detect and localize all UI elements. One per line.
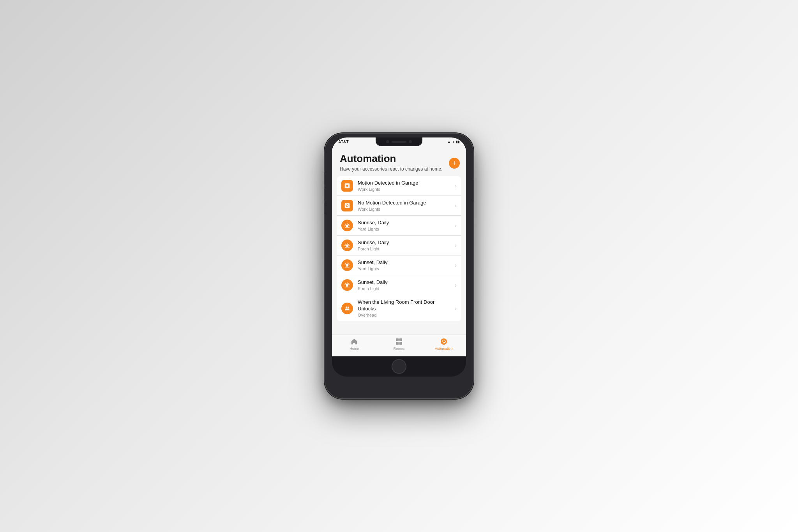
home-button-area [332,356,466,377]
automation-tab-icon [440,337,448,346]
svg-line-10 [348,224,349,225]
tab-bar: Home Rooms [332,335,466,356]
tab-rooms-label: Rooms [394,347,405,351]
no-motion-icon [341,200,353,211]
item-text: Sunset, Daily Porch Light [358,279,452,291]
svg-point-41 [441,338,447,345]
item-title: Motion Detected in Garage [358,180,452,187]
list-item[interactable]: When the Living Room Front Door Unlocks … [337,295,461,321]
page-subtitle: Have your accessories react to changes a… [340,166,458,173]
svg-point-28 [346,284,348,286]
sunset-icon [341,279,353,291]
item-subtitle: Yard Lights [358,266,452,271]
location-icon: ◂ [452,140,454,144]
sunrise-icon [341,220,353,231]
phone-device: AT&T ▲ ◂ ▮▮ Automation Have your accesso… [325,134,473,398]
svg-line-23 [345,264,346,264]
item-text: Sunset, Daily Yard Lights [358,259,452,271]
sunrise-icon [341,240,353,251]
list-item[interactable]: Sunrise, Daily Porch Light › [337,236,461,255]
phone-notch [376,137,422,146]
app-content: Automation Have your accessories react t… [332,146,466,335]
chevron-icon: › [455,203,457,209]
wifi-icon: ▲ [447,140,451,144]
carrier-signal: AT&T [338,140,349,144]
svg-line-24 [348,264,349,264]
svg-rect-39 [396,342,399,345]
item-title: No Motion Detected in Garage [358,200,452,206]
list-item[interactable]: Motion Detected in Garage Work Lights › [337,176,461,196]
svg-rect-40 [399,342,402,345]
svg-point-36 [348,307,349,308]
item-subtitle: Porch Light [358,247,452,251]
chevron-icon: › [455,305,457,312]
svg-line-31 [348,284,349,284]
door-unlock-icon [341,303,353,314]
add-icon: + [452,160,457,167]
page-title: Automation [340,153,458,164]
add-automation-button[interactable]: + [449,158,460,169]
bottom-spacer [332,321,466,329]
sunset-icon [341,259,353,271]
item-subtitle: Work Lights [358,207,452,211]
home-tab-icon [350,337,358,346]
item-title: Sunrise, Daily [358,240,452,246]
list-item[interactable]: No Motion Detected in Garage Work Lights… [337,196,461,216]
svg-line-9 [345,224,346,225]
motion-icon [341,180,353,192]
item-subtitle: Work Lights [358,187,452,192]
tab-rooms[interactable]: Rooms [377,337,422,351]
svg-line-30 [345,284,346,284]
battery-icon: ▮▮ [456,140,460,144]
item-text: No Motion Detected in Garage Work Lights [358,200,452,211]
item-subtitle: Yard Lights [358,227,452,231]
phone-screen-bezel: AT&T ▲ ◂ ▮▮ Automation Have your accesso… [332,137,466,377]
item-title: When the Living Room Front Door Unlocks [358,299,452,312]
item-text: Sunrise, Daily Yard Lights [358,220,452,231]
item-subtitle: Overhead [358,313,452,317]
svg-point-35 [346,307,347,308]
list-item[interactable]: Sunset, Daily Porch Light › [337,275,461,295]
tab-home[interactable]: Home [332,337,377,351]
item-title: Sunrise, Daily [358,220,452,226]
front-camera [386,140,389,143]
list-item[interactable]: Sunset, Daily Yard Lights › [337,255,461,275]
svg-point-21 [346,264,348,266]
sensor [409,140,412,143]
chevron-icon: › [455,183,457,189]
tab-automation[interactable]: Automation [421,337,466,351]
svg-rect-37 [396,338,399,341]
svg-line-17 [348,244,349,245]
item-title: Sunset, Daily [358,279,452,286]
item-text: Motion Detected in Garage Work Lights [358,180,452,192]
item-text: When the Living Room Front Door Unlocks … [358,299,452,317]
chevron-icon: › [455,262,457,268]
item-subtitle: Porch Light [358,286,452,291]
svg-rect-38 [399,338,402,341]
item-title: Sunset, Daily [358,259,452,266]
rooms-tab-icon [395,337,403,346]
tab-home-label: Home [350,347,359,351]
list-item[interactable]: Sunrise, Daily Yard Lights › [337,216,461,236]
status-icons: ▲ ◂ ▮▮ [447,140,460,144]
home-button[interactable] [392,359,406,374]
chevron-icon: › [455,242,457,248]
svg-line-16 [345,244,346,245]
item-text: Sunrise, Daily Porch Light [358,240,452,251]
svg-point-1 [346,185,348,187]
page-header: Automation Have your accessories react t… [332,146,466,176]
earpiece-speaker [392,141,406,143]
tab-automation-label: Automation [435,347,453,351]
chevron-icon: › [455,282,457,288]
automation-list: Motion Detected in Garage Work Lights › [337,176,461,321]
chevron-icon: › [455,222,457,229]
app-screen: Automation Have your accessories react t… [332,146,466,356]
